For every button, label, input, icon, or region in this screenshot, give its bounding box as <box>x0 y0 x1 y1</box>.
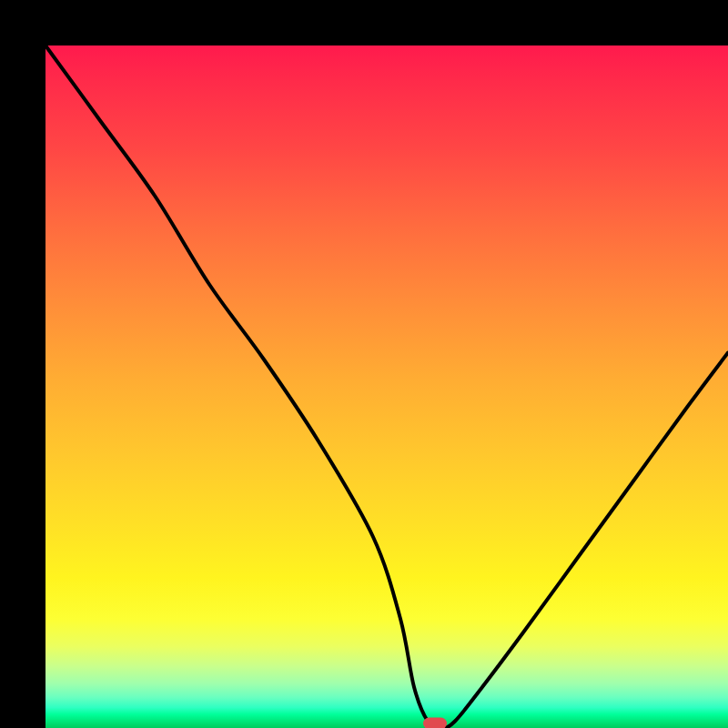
bottleneck-curve <box>46 46 728 728</box>
chart-frame <box>0 0 728 728</box>
optimal-point-marker <box>423 717 447 728</box>
chart-plot-area <box>46 46 728 728</box>
